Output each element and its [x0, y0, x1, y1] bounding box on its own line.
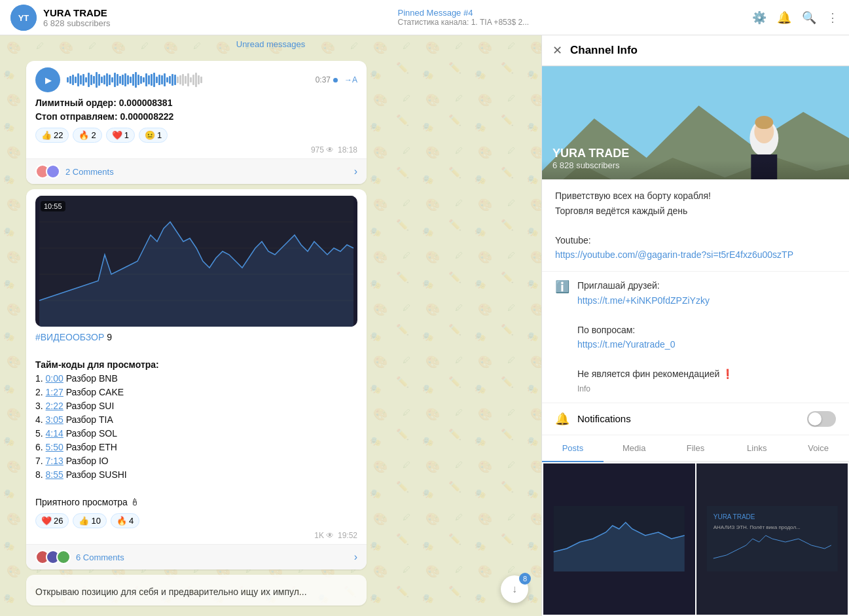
unread-count-badge: 8 [519, 573, 531, 585]
audio-views: 975 👁 [311, 145, 334, 154]
preview-message: Открываю позицию для себя и предваритель… [26, 575, 367, 606]
svg-text:АНАЛИЗ ЭТН. Полёт вика продол.: АНАЛИЗ ЭТН. Полёт вика продол... [713, 524, 800, 530]
channel-cover-photo: YURA TRADE 6 828 subscribers [542, 66, 849, 179]
timecode-1[interactable]: 0:00 [46, 373, 63, 384]
youtube-link[interactable]: https://youtube.com/@gagarin-trade?si=t5… [555, 249, 793, 260]
reaction-thumbs-up[interactable]: 👍 22 [35, 128, 69, 143]
audio-comments-button[interactable]: 2 Comments › [26, 158, 367, 184]
comment-avatars [35, 164, 60, 179]
video-comment-avatars [35, 550, 71, 564]
chat-area: 🎨 ✏️ 🎭 🖊 Unread messages [0, 35, 541, 616]
audio-play-button[interactable] [35, 67, 60, 92]
invite-link[interactable]: https://t.me/+KiNKP0fdZPZiYzky [577, 295, 710, 306]
info-circle-icon: ℹ️ [555, 280, 569, 294]
chat-header: YT YURA TRADE 6 828 subscribers Pinned M… [0, 0, 849, 35]
comment-avatar-2 [46, 164, 60, 179]
scroll-down-button[interactable]: 8 ↓ [501, 575, 528, 603]
video-reaction-fire[interactable]: 🔥 4 [111, 513, 139, 528]
panel-title: Channel Info [570, 44, 638, 57]
timecode-7[interactable]: 7:13 [46, 456, 63, 466]
cover-subscriber-count: 6 828 subscribers [552, 160, 629, 170]
audio-player-row: 0:37 →A [35, 67, 357, 92]
timecode-6[interactable]: 5:50 [46, 442, 63, 452]
video-comments-button[interactable]: 6 Comments › [26, 544, 367, 570]
unread-messages-banner: Unread messages [0, 35, 541, 53]
audio-reactions: 👍 22 🔥 2 ❤️ 1 😐 1 [35, 128, 357, 143]
notifications-label: Notifications [577, 413, 807, 424]
filter-icon[interactable]: ⚙️ [752, 10, 767, 25]
audio-time: 18:18 [338, 145, 357, 154]
reaction-neutral[interactable]: 😐 1 [139, 128, 168, 143]
video-time: 19:52 [338, 531, 357, 540]
close-panel-button[interactable]: ✕ [552, 43, 562, 58]
video-reaction-thumbs[interactable]: 👍 10 [73, 513, 106, 528]
notification-bell-icon: 🔔 [555, 412, 569, 426]
video-message: 10:55 #ВИДЕООБЗОР 9 Тайм-коды для просмо… [26, 189, 367, 570]
channel-desc-text: Приветствую всех на борту корабля! Торго… [555, 189, 836, 262]
channel-name: YURA TRADE [43, 7, 388, 18]
tab-voice[interactable]: Voice [787, 435, 849, 461]
messages-list: 0:37 →A Лимитный ордер: 0.000008381 Стоп… [0, 53, 541, 616]
video-comments-arrow-icon: › [354, 551, 357, 563]
video-message-text: #ВИДЕООБЗОР 9 Тайм-коды для просмотра: 1… [35, 331, 357, 509]
svg-text:YURA TRADE: YURA TRADE [713, 513, 755, 520]
audio-msg-footer: 975 👁 18:18 [35, 145, 357, 154]
preview-message-text: Открываю позицию для себя и предваритель… [35, 585, 357, 599]
scroll-down-icon: ↓ [512, 583, 517, 595]
video-reactions: ❤️ 26 👍 10 🔥 4 [35, 513, 357, 528]
video-comment-avatar-3 [56, 550, 71, 564]
reaction-heart[interactable]: ❤️ 1 [106, 128, 135, 143]
timecode-4[interactable]: 3:05 [46, 414, 63, 425]
video-duration: 10:55 [41, 201, 65, 211]
timecode-5[interactable]: 4:14 [46, 428, 63, 439]
info-label[interactable]: Info [577, 384, 590, 393]
subscriber-count: 6 828 subscribers [43, 18, 388, 28]
pinned-title: Pinned Message #4 [398, 8, 742, 18]
audio-duration: 0:37 [316, 75, 338, 84]
comments-arrow-icon: › [354, 166, 357, 177]
video-views: 1K 👁 [314, 531, 334, 540]
tab-media[interactable]: Media [604, 435, 665, 461]
bell-icon[interactable]: 🔔 [777, 10, 791, 25]
main-layout: 🎨 ✏️ 🎭 🖊 Unread messages [0, 35, 849, 616]
channel-info-panel: ✕ Channel Info [541, 35, 849, 616]
content-tabs: Posts Media Files Links Voice [542, 435, 849, 462]
audio-progress-dot [333, 78, 338, 82]
timecode-3[interactable]: 2:22 [46, 401, 63, 411]
audio-waveform [67, 71, 309, 89]
channel-description: Приветствую всех на борту корабля! Торго… [542, 179, 849, 272]
notifications-row: 🔔 Notifications [542, 403, 849, 435]
tab-links[interactable]: Links [726, 435, 787, 461]
media-grid: YURA TRADE АНАЛИЗ ЭТН. Полёт вика продол… [542, 462, 849, 617]
audio-comments-label: 2 Comments [65, 167, 354, 177]
invite-content: Приглашай друзей: https://t.me/+KiNKP0fd… [577, 278, 733, 395]
channel-info-header[interactable]: YURA TRADE 6 828 subscribers [43, 7, 388, 28]
questions-link[interactable]: https://t.me/Yuratrade_0 [577, 339, 675, 350]
video-thumbnail[interactable]: 10:55 [35, 196, 357, 327]
timecode-2[interactable]: 1:27 [46, 387, 63, 397]
video-comments-label: 6 Comments [76, 553, 354, 562]
more-icon[interactable]: ⋮ [827, 10, 839, 25]
audio-message-text: Лимитный ордер: 0.000008381 Стоп отправл… [35, 96, 357, 124]
notifications-toggle[interactable] [807, 411, 836, 427]
video-reaction-heart[interactable]: ❤️ 26 [35, 513, 69, 528]
channel-avatar[interactable]: YT [10, 5, 37, 31]
channel-cover-name: YURA TRADE 6 828 subscribers [552, 147, 629, 170]
invite-row: ℹ️ Приглашай друзей: https://t.me/+KiNKP… [542, 272, 849, 403]
pinned-text: Статистика канала: 1. TIA +853$ 2... [398, 18, 594, 27]
timecode-8[interactable]: 8:55 [46, 469, 63, 480]
channel-info-header: ✕ Channel Info [542, 35, 849, 66]
audio-message: 0:37 →A Лимитный ордер: 0.000008381 Стоп… [26, 61, 367, 184]
cover-channel-name: YURA TRADE [552, 147, 629, 160]
svg-text:YT: YT [18, 13, 29, 23]
search-icon[interactable]: 🔍 [802, 10, 816, 25]
video-hashtag[interactable]: #ВИДЕООБЗОР [35, 332, 104, 342]
media-thumb-2[interactable]: YURA TRADE АНАЛИЗ ЭТН. Полёт вика продол… [696, 463, 848, 615]
reaction-fire[interactable]: 🔥 2 [73, 128, 101, 143]
translate-button[interactable]: →A [344, 75, 357, 84]
media-thumb-1[interactable] [543, 463, 695, 615]
header-actions: ⚙️ 🔔 🔍 ⋮ [752, 10, 839, 25]
tab-files[interactable]: Files [665, 435, 727, 461]
tab-posts[interactable]: Posts [542, 435, 604, 462]
pinned-message-bar[interactable]: Pinned Message #4 Статистика канала: 1. … [388, 8, 753, 27]
